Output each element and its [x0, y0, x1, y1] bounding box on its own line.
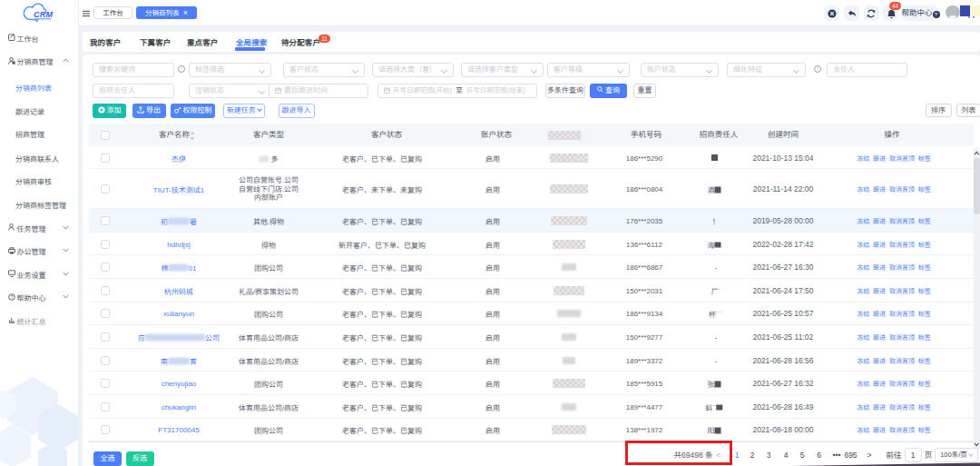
- svg-text:CRM: CRM: [34, 10, 54, 19]
- svg-text:?: ?: [10, 293, 13, 299]
